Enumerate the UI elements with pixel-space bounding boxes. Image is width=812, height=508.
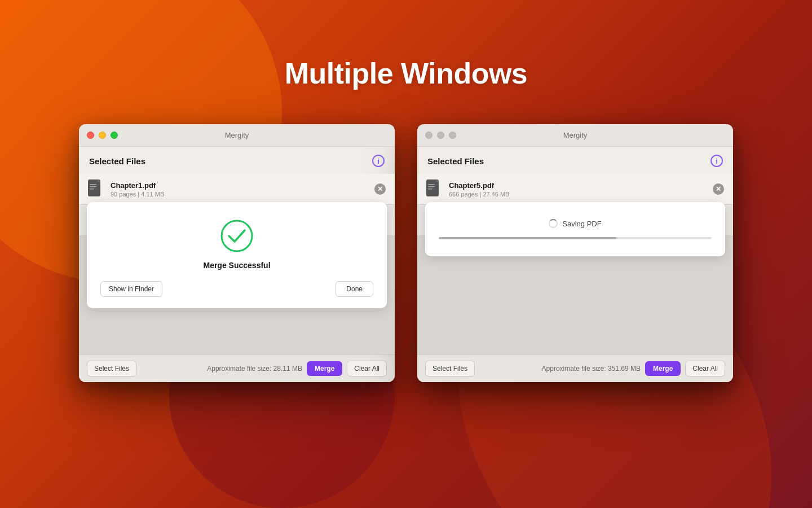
file-remove-5[interactable]: ✕ [713, 183, 724, 195]
svg-rect-3 [90, 189, 94, 190]
progress-bar-background [439, 237, 712, 239]
merge-button-1[interactable]: Merge [307, 361, 342, 376]
merge-successful-label: Merge Successful [203, 261, 270, 270]
traffic-lights-1 [87, 132, 118, 139]
file-size-label-2: Approximate file size: 351.69 MB [542, 365, 641, 373]
file-info-5: Chapter5.pdf 666 pages | 27.46 MB [449, 181, 713, 198]
file-icon-1 [88, 179, 104, 199]
window-content-2: Selected Files i [417, 147, 733, 382]
show-in-finder-button[interactable]: Show in Finder [100, 281, 162, 297]
svg-rect-1 [90, 184, 96, 185]
page-title: Multiple Windows [0, 56, 812, 90]
traffic-light-minimize-2[interactable] [437, 132, 444, 139]
info-icon-1[interactable]: i [372, 155, 385, 167]
svg-rect-2 [90, 186, 96, 187]
toolbar-1: Select Files Approximate file size: 28.1… [79, 354, 395, 382]
file-item-5: Chapter5.pdf 666 pages | 27.46 MB ✕ [417, 174, 733, 205]
success-overlay: Merge Successful Show in Finder Done [87, 202, 387, 308]
merge-button-2[interactable]: Merge [645, 361, 681, 376]
progress-bar-fill [439, 237, 616, 239]
select-files-button-2[interactable]: Select Files [425, 361, 475, 376]
traffic-lights-2 [425, 132, 456, 139]
overlay-buttons-1: Show in Finder Done [100, 281, 373, 297]
file-list-2: Chapter5.pdf 666 pages | 27.46 MB ✕ [417, 174, 733, 354]
clear-all-button-2[interactable]: Clear All [685, 361, 725, 376]
info-icon-2[interactable]: i [710, 155, 723, 167]
file-size-label-1: Approximate file size: 28.11 MB [207, 365, 302, 373]
saving-label: Saving PDF [549, 219, 601, 228]
title-bar-2: Mergity [417, 124, 733, 147]
file-name-1: Chapter1.pdf [111, 181, 374, 190]
saving-overlay: Saving PDF [425, 202, 725, 256]
section-title-1: Selected Files [89, 156, 145, 166]
window-title-1: Mergity [225, 131, 249, 139]
window-1: Mergity Selected Files i [79, 124, 395, 382]
section-title-2: Selected Files [427, 156, 484, 166]
file-icon-5 [426, 179, 442, 199]
window-2: Mergity Selected Files i [417, 124, 733, 382]
window-title-2: Mergity [563, 131, 588, 139]
svg-point-7 [222, 221, 252, 251]
traffic-light-close-2[interactable] [425, 132, 433, 139]
window-content-1: Selected Files i [79, 147, 395, 382]
traffic-light-minimize-1[interactable] [99, 132, 106, 139]
windows-container: Mergity Selected Files i [0, 124, 812, 382]
file-list-1: Chapter1.pdf 90 pages | 4.11 MB ✕ [79, 174, 395, 354]
section-header-1: Selected Files i [79, 147, 395, 174]
saving-spinner [549, 219, 558, 228]
section-header-2: Selected Files i [417, 147, 733, 174]
file-meta-1: 90 pages | 4.11 MB [111, 191, 374, 198]
svg-rect-11 [428, 189, 433, 190]
file-meta-5: 666 pages | 27.46 MB [449, 191, 713, 198]
toolbar-2: Select Files Approximate file size: 351.… [417, 354, 733, 382]
clear-all-button-1[interactable]: Clear All [347, 361, 387, 376]
file-info-1: Chapter1.pdf 90 pages | 4.11 MB [111, 181, 374, 198]
select-files-button-1[interactable]: Select Files [87, 361, 136, 376]
file-remove-1[interactable]: ✕ [374, 183, 386, 195]
svg-rect-9 [428, 184, 435, 185]
success-icon [220, 219, 254, 253]
done-button[interactable]: Done [336, 281, 373, 297]
traffic-light-maximize-1[interactable] [111, 132, 118, 139]
traffic-light-maximize-2[interactable] [449, 132, 456, 139]
file-name-5: Chapter5.pdf [449, 181, 713, 190]
svg-rect-10 [428, 186, 435, 187]
traffic-light-close-1[interactable] [87, 132, 94, 139]
svg-rect-8 [426, 179, 439, 196]
file-item-1: Chapter1.pdf 90 pages | 4.11 MB ✕ [79, 174, 395, 205]
svg-rect-0 [88, 179, 100, 196]
title-bar-1: Mergity [79, 124, 395, 147]
